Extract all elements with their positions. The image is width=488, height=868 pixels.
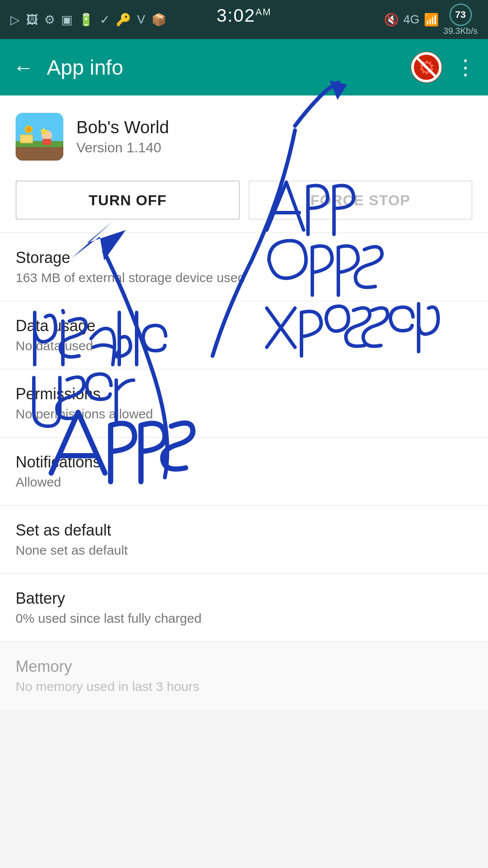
signal-icon: 📶: [424, 13, 439, 27]
status-bar: ▷ 🖼 ⚙ ▣ 🔋 ✓ 🔑 V 📦 3:02AM 🔇 4G 📶 73 39.3K…: [0, 0, 488, 39]
permissions-row[interactable]: Permissions No permissions allowed: [0, 369, 488, 437]
notifications-subtitle: Allowed: [16, 475, 472, 490]
svg-rect-8: [43, 139, 51, 145]
status-bar-left: ▷ 🖼 ⚙ ▣ 🔋 ✓ 🔑 V 📦: [10, 13, 167, 27]
battery-icon: 🔋: [79, 13, 94, 27]
no-entry-svg: [411, 52, 442, 83]
force-stop-button[interactable]: FORCE STOP: [249, 181, 473, 220]
svg-point-10: [26, 127, 31, 132]
network-speed: 39.3Kb/s: [443, 26, 478, 36]
permissions-subtitle: No permissions allowed: [16, 407, 472, 421]
battery-title: Battery: [16, 589, 472, 608]
settings-icon: ⚙: [44, 13, 55, 27]
app-bar-icons: ⚙ ⋮: [411, 52, 475, 83]
app-bar-title: App info: [47, 56, 398, 79]
svg-rect-6: [21, 135, 32, 142]
storage-row[interactable]: Storage 163 MB of external storage devic…: [0, 233, 488, 301]
app-version: Version 1.140: [76, 140, 169, 156]
battery-row[interactable]: Battery 0% used since last fully charged: [0, 573, 488, 641]
svg-text:⭐: ⭐: [39, 127, 48, 135]
memory-subtitle: No memory used in last 3 hours: [16, 679, 472, 694]
image-icon: 🖼: [26, 13, 38, 27]
set-as-default-title: Set as default: [16, 521, 472, 539]
permissions-title: Permissions: [16, 385, 472, 403]
svg-line-1: [417, 58, 436, 77]
app-icon: ⭐: [16, 113, 63, 161]
play-icon: ▷: [10, 13, 20, 27]
status-time: 3:02AM: [216, 5, 272, 26]
data-usage-row[interactable]: Data usage No data used: [0, 301, 488, 369]
back-button[interactable]: ←: [13, 56, 34, 79]
set-as-default-subtitle: None set as default: [16, 543, 472, 558]
set-as-default-row[interactable]: Set as default None set as default: [0, 505, 488, 573]
buttons-row: TURN OFF FORCE STOP: [0, 176, 488, 233]
check-icon: ✓: [100, 13, 110, 27]
more-options-button[interactable]: ⋮: [455, 55, 475, 79]
app-icon-svg: ⭐: [16, 113, 63, 161]
vpn-icon: V: [137, 13, 145, 26]
storage-title: Storage: [16, 249, 472, 267]
main-content: ⭐ Bob's World Version 1.140 TURN OFF FOR…: [0, 95, 488, 710]
app-info-section: ⭐ Bob's World Version 1.140: [0, 95, 488, 176]
notifications-row[interactable]: Notifications Allowed: [0, 437, 488, 505]
disable-icon[interactable]: ⚙: [411, 52, 442, 83]
battery-subtitle: 0% used since last fully charged: [16, 611, 472, 626]
app-bar: ← App info ⚙ ⋮: [0, 39, 488, 95]
app-name: Bob's World: [76, 118, 169, 137]
status-bar-right: 🔇 4G 📶 73 39.3Kb/s: [384, 3, 478, 36]
network-icon: 4G: [403, 13, 419, 26]
storage-subtitle: 163 MB of external storage device used: [16, 270, 472, 285]
data-usage-subtitle: No data used: [16, 339, 472, 353]
notifications-title: Notifications: [16, 453, 472, 471]
app-icon-status: 📦: [151, 13, 167, 27]
turn-off-button[interactable]: TURN OFF: [16, 181, 240, 220]
sd-icon: ▣: [61, 13, 72, 27]
data-usage-title: Data usage: [16, 317, 472, 335]
key-icon: 🔑: [116, 13, 131, 27]
memory-title: Memory: [16, 658, 472, 676]
app-details: Bob's World Version 1.140: [76, 118, 169, 156]
mute-icon: 🔇: [384, 13, 399, 27]
memory-section[interactable]: Memory No memory used in last 3 hours: [0, 641, 488, 710]
battery-level: 73: [449, 3, 472, 26]
